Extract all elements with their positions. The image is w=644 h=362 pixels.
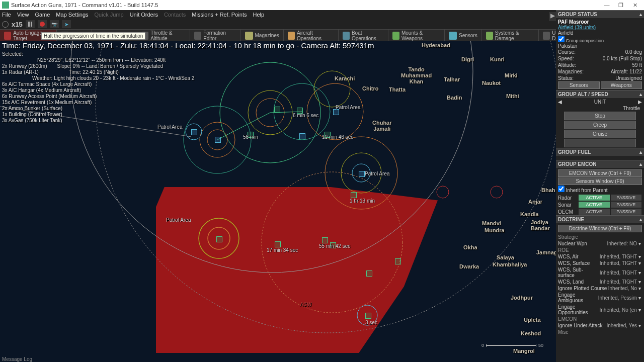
roe-dropdown[interactable]: ▾ xyxy=(637,254,642,259)
roe-dropdown[interactable]: ▾ xyxy=(637,307,642,313)
roe-dropdown[interactable]: ▾ xyxy=(637,323,642,328)
svg-point-2 xyxy=(220,62,320,163)
group-units-link[interactable]: Airfield (39 units) xyxy=(558,25,642,30)
throttle-blank[interactable] xyxy=(564,139,636,147)
section-altspeed[interactable]: GROUP ALT / SPEED▴ xyxy=(556,90,644,98)
sensors-button[interactable]: Sensors xyxy=(558,81,600,89)
time-status-line: Time: Friday, December 03, 1971 - Zulu: … xyxy=(2,41,374,50)
tab-mounts[interactable]: Mounts & Weapons xyxy=(388,30,445,42)
message-log-label[interactable]: Message Log xyxy=(2,356,32,362)
weapons-button[interactable]: Weapons xyxy=(601,81,642,89)
pointer-button[interactable]: ➤ xyxy=(62,20,71,28)
roe-dropdown[interactable]: ▾ xyxy=(637,279,642,285)
menu-unitorders[interactable]: Unit Orders xyxy=(130,12,158,18)
window-titlebar: Surface Action Guns, 1971 - Command v1.0… xyxy=(0,0,644,10)
throttle-stop[interactable]: Stop xyxy=(564,112,636,120)
unit-marker[interactable] xyxy=(299,133,305,139)
unit-marker[interactable] xyxy=(359,171,365,177)
city-label: Dwarka xyxy=(459,263,479,269)
city-label: Mandvi xyxy=(482,220,501,226)
unit-marker[interactable] xyxy=(322,237,328,243)
radar-passive[interactable]: PASSIVE xyxy=(611,195,642,201)
city-label: Upleta xyxy=(524,317,541,323)
tab-systems[interactable]: Systems & Damage xyxy=(482,30,539,42)
time-compress-icon[interactable] xyxy=(2,21,9,28)
unit-marker[interactable] xyxy=(365,313,371,319)
city-label: Khambhaliya xyxy=(493,261,527,267)
menu-bar: File View Game Map Settings Quick Jump U… xyxy=(0,10,644,19)
city-label: Okha xyxy=(463,244,477,250)
unit-marker[interactable] xyxy=(395,258,401,264)
unit-marker[interactable] xyxy=(351,192,357,198)
tab-magazines[interactable]: Magazines xyxy=(241,30,284,42)
tab-aircraft[interactable]: Aircraft Operations xyxy=(284,30,339,42)
pause-tooltip: Halt the progression of time in the simu… xyxy=(41,32,145,40)
sonar-active[interactable]: ACTIVE xyxy=(579,202,610,208)
group-comp-checkbox[interactable] xyxy=(558,36,565,42)
doctrine-window-button[interactable]: Doctrine Window (Ctrl + F9) xyxy=(558,225,642,232)
section-fuel[interactable]: GROUP FUEL▴ xyxy=(556,148,644,156)
tab-sensors[interactable]: Sensors xyxy=(445,30,482,42)
window-title: Surface Action Guns, 1971 - Command v1.0… xyxy=(11,2,600,8)
group-name: PAF Masroor xyxy=(558,19,642,25)
unit-marker[interactable] xyxy=(330,242,336,248)
inherit-checkbox[interactable] xyxy=(558,186,565,192)
rightpanel-collapse[interactable]: ▶ xyxy=(549,12,556,21)
section-group-status[interactable]: GROUP STATUS▴ xyxy=(556,10,644,18)
menu-view[interactable]: View xyxy=(17,12,29,18)
scale-ruler: 050 xyxy=(481,343,543,348)
city-label: Jamnagar xyxy=(536,249,556,255)
city-label: Naukot xyxy=(482,80,501,86)
roe-dropdown[interactable]: ▾ xyxy=(637,295,642,301)
tab-boat[interactable]: Boat Operations xyxy=(339,30,388,42)
unit-marker[interactable] xyxy=(366,270,372,277)
unit-marker[interactable] xyxy=(191,129,197,135)
unit-marker[interactable] xyxy=(297,108,303,114)
roe-dropdown[interactable]: ▾ xyxy=(637,260,642,266)
menu-game[interactable]: Game xyxy=(35,12,50,18)
city-label: Anjar xyxy=(528,199,542,205)
pause-button[interactable] xyxy=(26,20,35,28)
sonar-passive[interactable]: PASSIVE xyxy=(611,202,642,208)
oecm-passive[interactable]: PASSIVE xyxy=(611,209,642,215)
unit-marker[interactable] xyxy=(333,109,339,115)
picture-button[interactable]: 📷 xyxy=(50,20,59,28)
record-button[interactable] xyxy=(38,20,47,28)
roe-dropdown[interactable]: ▾ xyxy=(637,270,642,276)
unit-marker[interactable] xyxy=(215,137,221,143)
group-type: Airfield xyxy=(558,30,642,36)
city-label: Chitro xyxy=(362,85,378,92)
sensors-window-button[interactable]: Sensors Window (F9) xyxy=(558,177,642,185)
menu-file[interactable]: File xyxy=(2,12,11,18)
unit-marker[interactable] xyxy=(216,236,222,242)
city-label: Mangrol xyxy=(513,348,535,354)
throttle-cruise[interactable]: Cruise xyxy=(564,130,636,138)
menu-mapsettings[interactable]: Map Settings xyxy=(56,12,88,18)
city-label: Hyderabad xyxy=(422,42,450,48)
unit-marker[interactable] xyxy=(325,132,331,138)
maximize-button[interactable]: ❐ xyxy=(614,2,628,9)
menu-help[interactable]: Help xyxy=(253,12,264,18)
city-label: Keshod xyxy=(521,330,541,336)
city-label: Jodhpur xyxy=(511,295,533,301)
svg-point-19 xyxy=(437,186,449,198)
oecm-active[interactable]: ACTIVE xyxy=(579,209,610,215)
unit-marker[interactable] xyxy=(275,241,281,247)
roe-dropdown[interactable]: ▾ xyxy=(637,286,642,291)
minimize-button[interactable]: — xyxy=(600,2,614,8)
close-button[interactable]: ✕ xyxy=(628,2,642,9)
radar-active[interactable]: ACTIVE xyxy=(579,195,610,201)
city-label: Kunri xyxy=(490,56,505,62)
tab-formation[interactable]: Formation Editor xyxy=(190,30,241,42)
emcon-window-button[interactable]: EMCON Window (Ctrl + F9) xyxy=(558,169,642,177)
menu-missions[interactable]: Missions + Ref. Points xyxy=(192,12,247,18)
svg-line-22 xyxy=(217,113,270,140)
unit-marker[interactable] xyxy=(248,132,254,138)
section-emcon[interactable]: GROUP EMCON▴ xyxy=(556,160,644,168)
tactical-map[interactable]: Patrol Area Patrol Area Patrol Area Patr… xyxy=(0,41,556,362)
section-doctrine[interactable]: DOCTRINE▴ xyxy=(556,215,644,223)
menu-contacts[interactable]: Contacts xyxy=(164,12,186,18)
throttle-creep[interactable]: Creep xyxy=(564,121,636,129)
menu-quickjump[interactable]: Quick Jump xyxy=(95,12,124,18)
unit-marker[interactable] xyxy=(274,107,280,113)
